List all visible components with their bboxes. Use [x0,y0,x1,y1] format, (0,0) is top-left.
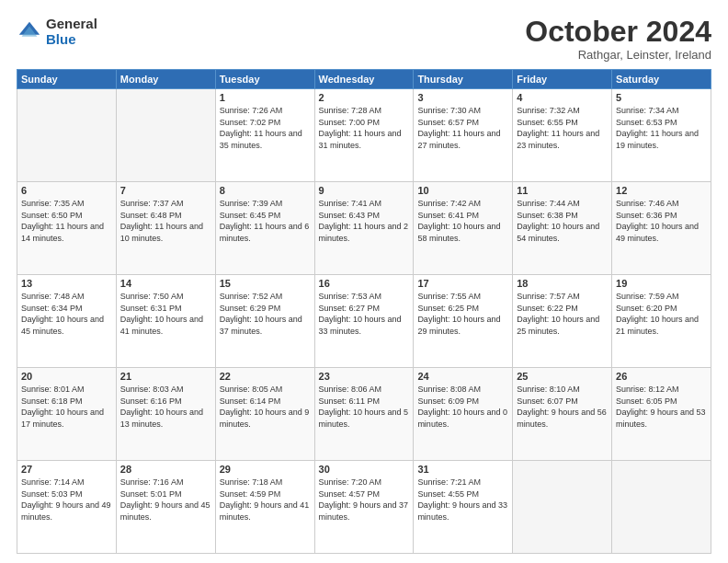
day-info: Sunrise: 7:59 AMSunset: 6:20 PMDaylight:… [616,291,707,337]
day-info: Sunrise: 8:01 AMSunset: 6:18 PMDaylight:… [21,384,112,430]
table-row: 26Sunrise: 8:12 AMSunset: 6:05 PMDayligh… [612,368,711,461]
day-info: Sunrise: 8:03 AMSunset: 6:16 PMDaylight:… [120,384,211,430]
day-number: 22 [220,371,311,382]
day-number: 24 [417,371,508,382]
logo: General Blue [17,17,97,47]
table-row: 19Sunrise: 7:59 AMSunset: 6:20 PMDayligh… [612,275,711,368]
day-number: 14 [120,278,211,289]
day-info: Sunrise: 7:37 AMSunset: 6:48 PMDaylight:… [120,198,211,244]
table-row [116,89,215,182]
day-info: Sunrise: 7:46 AMSunset: 6:36 PMDaylight:… [616,198,707,244]
day-info: Sunrise: 8:05 AMSunset: 6:14 PMDaylight:… [220,384,311,430]
day-number: 17 [417,278,508,289]
day-info: Sunrise: 7:42 AMSunset: 6:41 PMDaylight:… [417,198,508,244]
day-number: 7 [120,185,211,196]
calendar-week-row: 13Sunrise: 7:48 AMSunset: 6:34 PMDayligh… [17,275,711,368]
table-row: 14Sunrise: 7:50 AMSunset: 6:31 PMDayligh… [116,275,215,368]
table-row: 18Sunrise: 7:57 AMSunset: 6:22 PMDayligh… [513,275,612,368]
table-row: 21Sunrise: 8:03 AMSunset: 6:16 PMDayligh… [116,368,215,461]
day-info: Sunrise: 7:32 AMSunset: 6:55 PMDaylight:… [517,105,608,151]
header-monday: Monday [116,70,215,89]
day-info: Sunrise: 7:16 AMSunset: 5:01 PMDaylight:… [120,477,211,523]
day-info: Sunrise: 7:41 AMSunset: 6:43 PMDaylight:… [319,198,410,244]
day-info: Sunrise: 8:06 AMSunset: 6:11 PMDaylight:… [319,384,410,430]
day-info: Sunrise: 7:44 AMSunset: 6:38 PMDaylight:… [517,198,608,244]
table-row [513,461,612,554]
day-info: Sunrise: 8:12 AMSunset: 6:05 PMDaylight:… [616,384,707,430]
day-info: Sunrise: 7:21 AMSunset: 4:55 PMDaylight:… [417,477,508,523]
table-row: 27Sunrise: 7:14 AMSunset: 5:03 PMDayligh… [17,461,117,554]
day-info: Sunrise: 7:18 AMSunset: 4:59 PMDaylight:… [220,477,311,523]
header-wednesday: Wednesday [314,70,414,89]
day-info: Sunrise: 7:30 AMSunset: 6:57 PMDaylight:… [417,105,508,151]
day-number: 26 [616,371,707,382]
table-row: 28Sunrise: 7:16 AMSunset: 5:01 PMDayligh… [116,461,215,554]
day-info: Sunrise: 7:26 AMSunset: 7:02 PMDaylight:… [220,105,311,151]
day-info: Sunrise: 7:14 AMSunset: 5:03 PMDaylight:… [21,477,112,523]
header-sunday: Sunday [17,70,117,89]
table-row: 30Sunrise: 7:20 AMSunset: 4:57 PMDayligh… [314,461,414,554]
day-number: 1 [220,92,311,103]
table-row: 9Sunrise: 7:41 AMSunset: 6:43 PMDaylight… [314,182,414,275]
day-info: Sunrise: 7:20 AMSunset: 4:57 PMDaylight:… [319,477,410,523]
day-number: 4 [517,92,608,103]
table-row: 7Sunrise: 7:37 AMSunset: 6:48 PMDaylight… [116,182,215,275]
day-number: 28 [120,464,211,475]
logo-icon [17,19,42,45]
table-row: 31Sunrise: 7:21 AMSunset: 4:55 PMDayligh… [414,461,513,554]
day-info: Sunrise: 8:10 AMSunset: 6:07 PMDaylight:… [517,384,608,430]
table-row: 29Sunrise: 7:18 AMSunset: 4:59 PMDayligh… [215,461,314,554]
day-number: 3 [417,92,508,103]
day-number: 31 [417,464,508,475]
day-number: 23 [319,371,410,382]
logo-blue: Blue [46,32,97,48]
day-number: 29 [220,464,311,475]
day-number: 20 [21,371,112,382]
logo-text: General Blue [46,17,97,47]
table-row [17,89,117,182]
table-row: 6Sunrise: 7:35 AMSunset: 6:50 PMDaylight… [17,182,117,275]
table-row: 15Sunrise: 7:52 AMSunset: 6:29 PMDayligh… [215,275,314,368]
table-row: 10Sunrise: 7:42 AMSunset: 6:41 PMDayligh… [414,182,513,275]
table-row: 25Sunrise: 8:10 AMSunset: 6:07 PMDayligh… [513,368,612,461]
day-number: 13 [21,278,112,289]
day-info: Sunrise: 7:52 AMSunset: 6:29 PMDaylight:… [220,291,311,337]
day-number: 30 [319,464,410,475]
header-thursday: Thursday [414,70,513,89]
table-row: 24Sunrise: 8:08 AMSunset: 6:09 PMDayligh… [414,368,513,461]
table-row [612,461,711,554]
header-tuesday: Tuesday [215,70,314,89]
title-block: October 2024 Rathgar, Leinster, Ireland [525,17,711,62]
day-number: 15 [220,278,311,289]
table-row: 4Sunrise: 7:32 AMSunset: 6:55 PMDaylight… [513,89,612,182]
day-info: Sunrise: 7:48 AMSunset: 6:34 PMDaylight:… [21,291,112,337]
table-row: 2Sunrise: 7:28 AMSunset: 7:00 PMDaylight… [314,89,414,182]
table-row: 8Sunrise: 7:39 AMSunset: 6:45 PMDaylight… [215,182,314,275]
header: General Blue October 2024 Rathgar, Leins… [17,17,711,62]
day-number: 16 [319,278,410,289]
table-row: 12Sunrise: 7:46 AMSunset: 6:36 PMDayligh… [612,182,711,275]
calendar-week-row: 1Sunrise: 7:26 AMSunset: 7:02 PMDaylight… [17,89,711,182]
day-number: 5 [616,92,707,103]
day-info: Sunrise: 8:08 AMSunset: 6:09 PMDaylight:… [417,384,508,430]
day-info: Sunrise: 7:28 AMSunset: 7:00 PMDaylight:… [319,105,410,151]
calendar-week-row: 20Sunrise: 8:01 AMSunset: 6:18 PMDayligh… [17,368,711,461]
day-info: Sunrise: 7:57 AMSunset: 6:22 PMDaylight:… [517,291,608,337]
day-info: Sunrise: 7:34 AMSunset: 6:53 PMDaylight:… [616,105,707,151]
table-row: 5Sunrise: 7:34 AMSunset: 6:53 PMDaylight… [612,89,711,182]
day-number: 11 [517,185,608,196]
header-friday: Friday [513,70,612,89]
month-title: October 2024 [525,17,711,46]
location-subtitle: Rathgar, Leinster, Ireland [525,48,711,62]
table-row: 3Sunrise: 7:30 AMSunset: 6:57 PMDaylight… [414,89,513,182]
day-info: Sunrise: 7:35 AMSunset: 6:50 PMDaylight:… [21,198,112,244]
day-info: Sunrise: 7:53 AMSunset: 6:27 PMDaylight:… [319,291,410,337]
day-number: 18 [517,278,608,289]
table-row: 20Sunrise: 8:01 AMSunset: 6:18 PMDayligh… [17,368,117,461]
calendar-table: Sunday Monday Tuesday Wednesday Thursday… [17,69,711,554]
logo-general: General [46,17,97,32]
table-row: 17Sunrise: 7:55 AMSunset: 6:25 PMDayligh… [414,275,513,368]
day-number: 8 [220,185,311,196]
day-number: 21 [120,371,211,382]
table-row: 22Sunrise: 8:05 AMSunset: 6:14 PMDayligh… [215,368,314,461]
